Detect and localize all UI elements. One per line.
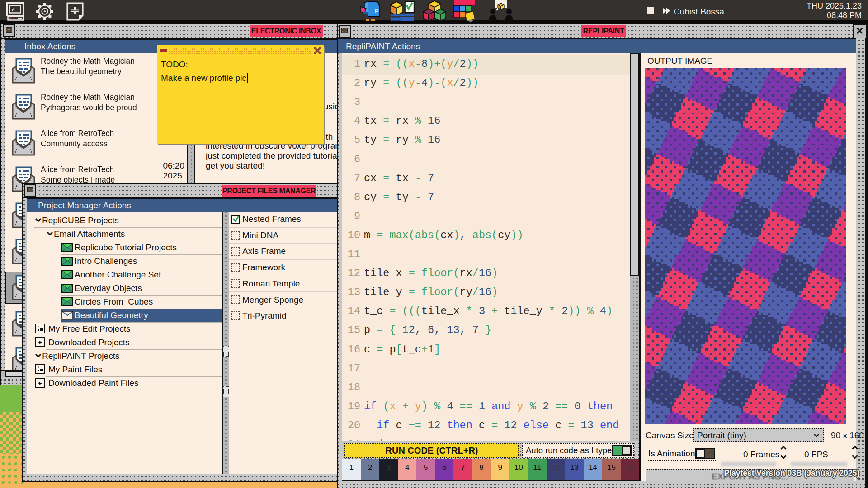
- svg-text:P: P: [375, 8, 379, 14]
